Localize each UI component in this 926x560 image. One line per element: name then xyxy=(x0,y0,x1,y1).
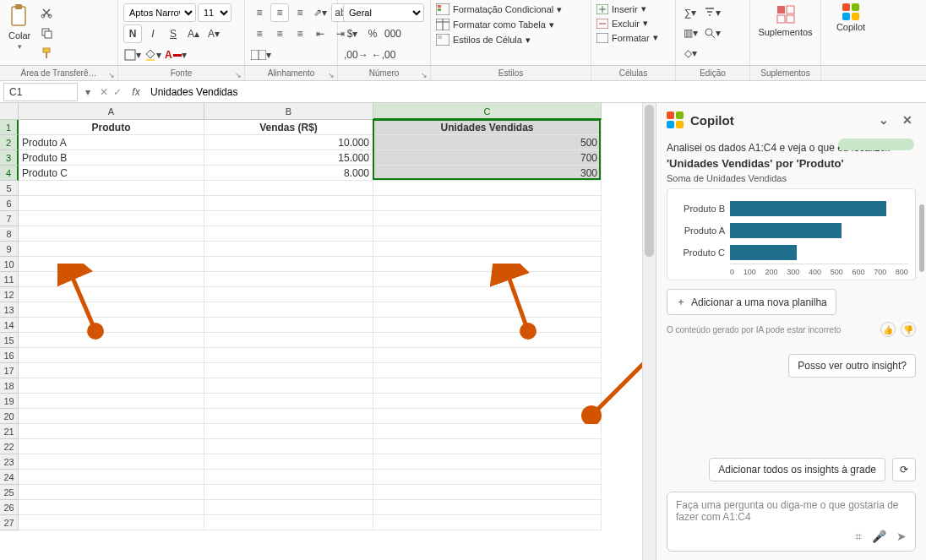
orientation-button[interactable]: ⇗▾ xyxy=(311,3,330,22)
cell[interactable] xyxy=(373,424,602,439)
cell[interactable] xyxy=(204,257,373,272)
cell[interactable] xyxy=(19,378,204,394)
cell[interactable]: Produto C xyxy=(19,166,204,181)
row-header[interactable]: 9 xyxy=(0,242,19,257)
row-header[interactable]: 12 xyxy=(0,287,19,302)
cell[interactable] xyxy=(19,302,204,318)
copilot-mic-icon[interactable]: 🎤 xyxy=(872,530,886,544)
decrease-decimal-button[interactable]: ←,00 xyxy=(371,46,397,64)
cell[interactable]: 10.000 xyxy=(204,135,373,150)
conditional-formatting-button[interactable]: Formatação Condicional ▾ xyxy=(436,3,562,15)
cell[interactable] xyxy=(373,500,602,515)
row-header[interactable]: 15 xyxy=(0,333,19,348)
row-header[interactable]: 21 xyxy=(0,424,19,439)
italic-button[interactable]: I xyxy=(144,24,162,43)
cell[interactable] xyxy=(19,196,204,211)
cell[interactable] xyxy=(19,485,204,500)
decrease-indent-button[interactable]: ⇤ xyxy=(311,24,330,43)
addins-button[interactable]: Suplementos xyxy=(755,3,815,37)
cell[interactable] xyxy=(373,515,602,530)
cell[interactable]: Produto B xyxy=(19,150,204,166)
fill-color-button[interactable]: ▾ xyxy=(144,46,162,64)
row-header[interactable]: 10 xyxy=(0,257,19,272)
cell-styles-button[interactable]: Estilos de Célula ▾ xyxy=(436,34,531,46)
font-family-select[interactable]: Aptos Narrow xyxy=(123,3,196,22)
cell[interactable] xyxy=(204,181,373,196)
cell[interactable] xyxy=(373,211,602,226)
number-dialog-launcher[interactable]: ↘ xyxy=(421,68,428,83)
cell[interactable] xyxy=(19,242,204,257)
cell[interactable] xyxy=(373,409,602,424)
cell[interactable]: Unidades Vendidas xyxy=(373,120,602,135)
cell[interactable] xyxy=(204,196,373,211)
cell[interactable] xyxy=(204,394,373,409)
bold-button[interactable]: N xyxy=(123,24,142,43)
comma-button[interactable]: 000 xyxy=(384,24,402,43)
cell[interactable] xyxy=(19,439,204,454)
cell[interactable] xyxy=(373,470,602,485)
cell[interactable] xyxy=(204,272,373,287)
cell[interactable] xyxy=(373,378,602,394)
cell[interactable]: 500 xyxy=(373,135,602,150)
row-header[interactable]: 22 xyxy=(0,439,19,454)
font-size-select[interactable]: 11 xyxy=(198,3,232,22)
row-header[interactable]: 26 xyxy=(0,500,19,515)
add-to-new-sheet-button[interactable]: ＋ Adicionar a uma nova planilha xyxy=(667,289,836,315)
align-center-button[interactable]: ≡ xyxy=(270,24,289,43)
increase-font-button[interactable]: A▴ xyxy=(184,24,203,43)
cell[interactable] xyxy=(19,211,204,226)
clear-button[interactable]: ◇▾ xyxy=(681,44,700,63)
cell[interactable] xyxy=(204,500,373,515)
row-header[interactable]: 16 xyxy=(0,348,19,363)
cell[interactable] xyxy=(373,272,602,287)
cell[interactable] xyxy=(373,333,602,348)
row-header[interactable]: 6 xyxy=(0,196,19,211)
cell[interactable] xyxy=(204,211,373,226)
thumbs-down-button[interactable]: 👎 xyxy=(901,322,916,337)
cell[interactable] xyxy=(204,424,373,439)
scrollbar-thumb[interactable] xyxy=(645,105,654,257)
cell[interactable] xyxy=(204,318,373,333)
cell[interactable] xyxy=(19,226,204,242)
merge-button[interactable]: ▾ xyxy=(250,46,272,64)
name-box[interactable]: C1 xyxy=(3,83,78,101)
cell[interactable]: 700 xyxy=(373,150,602,166)
font-dialog-launcher[interactable]: ↘ xyxy=(235,68,242,83)
cell[interactable] xyxy=(19,500,204,515)
cell[interactable] xyxy=(204,226,373,242)
add-all-insights-button[interactable]: Adicionar todos os insights à grade xyxy=(709,458,885,481)
cell[interactable] xyxy=(204,454,373,470)
cell[interactable] xyxy=(204,409,373,424)
cell[interactable] xyxy=(19,424,204,439)
row-header[interactable]: 8 xyxy=(0,226,19,242)
cell[interactable] xyxy=(373,454,602,470)
row-header[interactable]: 18 xyxy=(0,378,19,394)
underline-button[interactable]: S xyxy=(164,24,182,43)
row-header[interactable]: 4 xyxy=(0,166,19,181)
cell[interactable] xyxy=(19,363,204,378)
cell[interactable] xyxy=(373,242,602,257)
cell[interactable] xyxy=(373,439,602,454)
thumbs-up-button[interactable]: 👍 xyxy=(880,322,896,337)
row-header[interactable]: 19 xyxy=(0,394,19,409)
delete-cells-button[interactable]: Excluir ▾ xyxy=(596,18,648,29)
format-painter-button[interactable] xyxy=(37,44,56,63)
cell[interactable] xyxy=(19,454,204,470)
cell[interactable] xyxy=(373,348,602,363)
copilot-input[interactable]: Faça uma pergunta ou diga-me o que gosta… xyxy=(667,492,916,552)
autosum-button[interactable]: ∑▾ xyxy=(681,3,700,22)
insert-cells-button[interactable]: Inserir ▾ xyxy=(596,3,646,14)
cell[interactable] xyxy=(373,196,602,211)
cancel-formula-icon[interactable]: ✕ xyxy=(100,86,108,98)
row-header[interactable]: 3 xyxy=(0,150,19,166)
row-header[interactable]: 24 xyxy=(0,470,19,485)
cell[interactable] xyxy=(19,333,204,348)
cell[interactable] xyxy=(373,394,602,409)
cell[interactable] xyxy=(204,302,373,318)
cell[interactable] xyxy=(19,287,204,302)
number-format-select[interactable]: Geral xyxy=(343,3,424,22)
format-as-table-button[interactable]: Formatar como Tabela ▾ xyxy=(436,19,554,30)
cell[interactable] xyxy=(373,318,602,333)
cell[interactable] xyxy=(373,181,602,196)
cell[interactable]: 8.000 xyxy=(204,166,373,181)
